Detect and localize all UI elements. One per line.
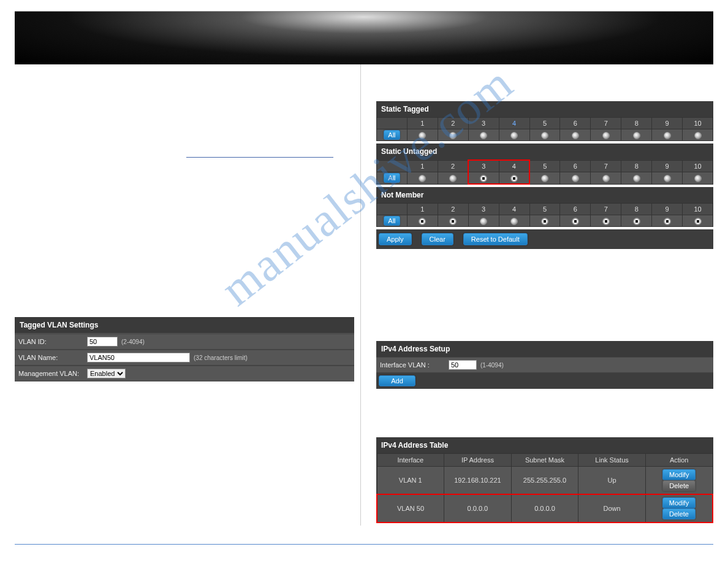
not-member-table: 12345678910All — [376, 203, 713, 227]
port-radio-9[interactable] — [652, 215, 683, 227]
ipv4-row: VLAN 1192.168.10.221255.255.255.0UpModif… — [377, 467, 713, 495]
port-radio-7[interactable] — [591, 215, 621, 227]
ipv4-setup-title: IPv4 Address Setup — [376, 341, 713, 357]
port-radio-1[interactable] — [407, 172, 438, 185]
port-col-7: 7 — [591, 118, 621, 129]
port-col-8: 8 — [621, 160, 652, 172]
ipv4-setup-panel: IPv4 Address Setup Interface VLAN : (1-4… — [376, 341, 713, 389]
port-radio-3[interactable] — [468, 215, 499, 227]
port-radio-1[interactable] — [407, 215, 438, 227]
modify-button[interactable]: Modify — [662, 469, 696, 480]
port-radio-3[interactable] — [468, 129, 499, 141]
port-col-3: 3 — [468, 160, 499, 172]
header-banner — [15, 11, 713, 64]
ipv4-mask: 0.0.0.0 — [511, 494, 578, 523]
port-col-3: 3 — [468, 118, 499, 129]
port-radio-10[interactable] — [683, 172, 713, 185]
ipv4-col-header: IP Address — [444, 454, 512, 467]
static-untagged-title: Static Untagged — [376, 144, 713, 159]
static-untagged-table: 12345678910All — [376, 159, 713, 185]
vlan-name-row: VLAN Name: (32 characters limit) — [15, 350, 354, 366]
port-col-4: 4 — [499, 160, 529, 172]
static-tagged-table: 12345678910All — [376, 117, 713, 141]
port-radio-4[interactable] — [499, 129, 529, 141]
all-button[interactable]: All — [384, 173, 400, 183]
port-radio-9[interactable] — [652, 129, 683, 141]
port-radio-7[interactable] — [591, 172, 621, 185]
port-radio-4[interactable] — [499, 215, 529, 227]
port-radio-8[interactable] — [621, 215, 652, 227]
port-radio-4[interactable] — [499, 172, 529, 185]
iface-vlan-row: Interface VLAN : (1-4094) — [376, 357, 713, 373]
ipv4-col-header: Interface — [377, 454, 444, 467]
port-col-4: 4 — [499, 118, 529, 129]
port-col-5: 5 — [529, 118, 560, 129]
mgmt-vlan-select[interactable]: Enabled — [87, 369, 126, 378]
reset-default-button[interactable]: Reset to Default — [463, 233, 528, 245]
port-radio-3[interactable] — [468, 172, 499, 185]
iface-vlan-hint: (1-4094) — [480, 362, 504, 369]
port-col-10: 10 — [683, 204, 713, 215]
port-radio-8[interactable] — [621, 129, 652, 141]
static-tagged-panel: Static Tagged 12345678910All — [376, 101, 713, 141]
port-radio-6[interactable] — [560, 129, 591, 141]
ipv4-ip: 192.168.10.221 — [444, 467, 512, 495]
port-col-8: 8 — [621, 118, 652, 129]
port-col-1: 1 — [407, 204, 438, 215]
vlan-id-hint: (2-4094) — [121, 339, 145, 345]
ipv4-status: Up — [578, 467, 646, 495]
port-col-4: 4 — [499, 204, 529, 215]
ipv4-table-panel: IPv4 Address Table InterfaceIP AddressSu… — [376, 437, 713, 523]
port-col-2: 2 — [438, 160, 468, 172]
port-radio-2[interactable] — [438, 172, 468, 185]
port-col-9: 9 — [652, 160, 683, 172]
delete-button: Delete — [662, 480, 696, 491]
ipv4-col-header: Link Status — [578, 454, 646, 467]
port-radio-9[interactable] — [652, 172, 683, 185]
not-member-title: Not Member — [376, 187, 713, 203]
port-radio-1[interactable] — [407, 129, 438, 141]
port-col-7: 7 — [591, 160, 621, 172]
all-button[interactable]: All — [384, 216, 400, 226]
port-radio-5[interactable] — [529, 129, 560, 141]
port-radio-10[interactable] — [683, 215, 713, 227]
apply-button[interactable]: Apply — [379, 233, 412, 245]
vlan-name-hint: (32 characters limit) — [194, 354, 248, 361]
port-radio-10[interactable] — [683, 129, 713, 141]
port-radio-8[interactable] — [621, 172, 652, 185]
ipv4-interface: VLAN 50 — [377, 494, 444, 523]
port-radio-5[interactable] — [529, 215, 560, 227]
ipv4-row: VLAN 500.0.0.00.0.0.0DownModify Delete — [377, 494, 713, 523]
clear-button[interactable]: Clear — [422, 233, 453, 245]
port-radio-6[interactable] — [560, 215, 591, 227]
port-col-6: 6 — [560, 160, 591, 172]
port-col-2: 2 — [438, 118, 468, 129]
port-col-10: 10 — [683, 160, 713, 172]
vlan-id-row: VLAN ID: (2-4094) — [15, 334, 354, 350]
static-tagged-title: Static Tagged — [376, 101, 713, 117]
iface-vlan-input[interactable] — [449, 360, 477, 370]
vlan-name-input[interactable] — [87, 353, 190, 362]
port-col-9: 9 — [652, 118, 683, 129]
vlan-id-input[interactable] — [87, 337, 118, 347]
tagged-vlan-settings-panel: Tagged VLAN Settings VLAN ID: (2-4094) V… — [15, 317, 354, 381]
port-radio-2[interactable] — [438, 129, 468, 141]
port-col-6: 6 — [560, 118, 591, 129]
ipv4-mask: 255.255.255.0 — [511, 467, 578, 495]
port-radio-6[interactable] — [560, 172, 591, 185]
port-col-5: 5 — [529, 204, 560, 215]
port-radio-5[interactable] — [529, 172, 560, 185]
ipv4-action: Modify Delete — [645, 467, 713, 495]
all-button[interactable]: All — [384, 130, 400, 140]
delete-button[interactable]: Delete — [662, 508, 696, 519]
add-button[interactable]: Add — [379, 375, 415, 386]
port-radio-7[interactable] — [591, 129, 621, 141]
ipv4-table-title: IPv4 Address Table — [376, 437, 713, 453]
port-col-3: 3 — [468, 204, 499, 215]
ipv4-col-header: Subnet Mask — [511, 454, 578, 467]
ipv4-action: Modify Delete — [645, 494, 713, 523]
ipv4-address-table: InterfaceIP AddressSubnet MaskLink Statu… — [376, 453, 713, 523]
port-radio-2[interactable] — [438, 215, 468, 227]
modify-button[interactable]: Modify — [662, 497, 696, 508]
tagged-vlan-settings-title: Tagged VLAN Settings — [15, 317, 354, 334]
